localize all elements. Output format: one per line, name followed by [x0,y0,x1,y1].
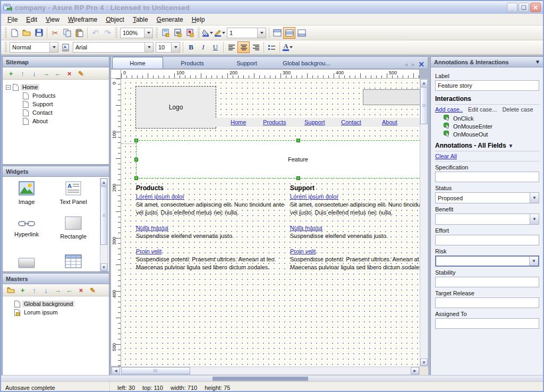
edit-case-link[interactable]: Edit case... [468,106,497,113]
font-color-button[interactable]: A [282,41,294,53]
chevron-down-icon[interactable] [144,42,153,52]
event-onmouseout[interactable]: OnMouseOut [444,131,539,138]
tab-home[interactable]: Home [112,57,163,69]
save-button[interactable] [33,27,45,39]
stability-input[interactable] [435,277,539,287]
resize-handle[interactable] [134,158,138,161]
tab-prev-icon[interactable]: ◄ [403,62,409,67]
menu-view[interactable]: View [41,14,64,25]
sitemap-item-label[interactable]: Home [21,84,39,90]
scroll-up-icon[interactable]: ▲ [100,178,107,186]
move-down-button[interactable]: ↓ [30,70,38,78]
label-input[interactable] [435,80,539,91]
fill-color-button[interactable] [201,27,214,39]
canvas-link[interactable]: Proin velit [290,248,316,254]
scroll-right-icon[interactable]: ► [411,367,419,374]
canvas-vertical-scrollbar[interactable]: ▲ ▼ [420,79,428,367]
widget-text-panel[interactable]: A Text Panel [50,181,96,205]
all-fields-header[interactable]: Annotations - All Fields ▼ [435,142,539,149]
resize-handle[interactable] [134,139,138,142]
tab-support[interactable]: Support [222,58,272,69]
nav-link-about[interactable]: About [382,119,397,125]
new-file-button[interactable] [8,27,21,39]
cut-button[interactable]: ✂ [49,27,61,39]
sitemap-item-label[interactable]: Contact [31,109,54,116]
undo-button[interactable]: ↶ [89,27,101,39]
delete-master-button[interactable]: × [77,286,85,294]
outdent-button[interactable]: ← [65,286,73,294]
chevron-down-icon[interactable] [144,28,152,38]
logo-widget[interactable]: Logo [135,86,216,129]
canvas-link[interactable]: Nulla massa [136,225,168,231]
menu-wireframe[interactable]: Wireframe [64,14,101,25]
chevron-down-icon[interactable]: ▼ [530,193,539,203]
nav-link-home[interactable]: Home [231,119,246,125]
canvas-link[interactable]: Nulla massa [290,225,322,231]
add-page-button[interactable]: + [7,70,15,78]
canvas-link[interactable]: Lorem ipsum dolor [136,193,184,200]
master-item-lorum-ipsum[interactable]: Lorum ipsum [5,308,107,317]
scrollbar-thumb[interactable] [420,87,428,124]
toggle-middle-panel-button[interactable] [283,27,295,39]
close-button[interactable]: ✕ [530,3,541,12]
sitemap-item-contact[interactable]: Contact [5,108,107,117]
textfield-widget[interactable] [363,89,420,105]
chevron-down-icon[interactable] [171,42,180,52]
status-select[interactable]: Proposed ▼ [435,192,539,203]
edit-page-button[interactable]: ✎ [77,70,85,78]
sitemap-item-label[interactable]: Products [31,92,57,99]
scrollbar-thumb[interactable] [100,186,107,245]
bold-button[interactable]: B [185,41,197,53]
resize-handle[interactable] [296,176,300,180]
move-up-button[interactable]: ↑ [19,70,27,78]
redo-button[interactable]: ↷ [101,27,114,39]
add-master-button[interactable]: + [19,286,27,294]
effort-input[interactable] [435,235,539,245]
add-case-link[interactable]: Add case.. [435,106,463,113]
sitemap-item-label[interactable]: Support [31,101,55,107]
widget-image[interactable]: Image [4,181,49,205]
widget-button[interactable] [4,258,49,269]
sitemap-item-about[interactable]: About [5,117,107,125]
scroll-down-icon[interactable]: ▼ [420,359,428,366]
move-up-button[interactable]: ↑ [30,286,38,294]
collapse-icon[interactable]: − [6,85,11,90]
menu-edit[interactable]: Edit [22,14,41,25]
toggle-top-panel-button[interactable] [271,27,283,39]
indent-button[interactable]: → [54,286,62,294]
chevron-down-icon[interactable]: ▼ [530,214,539,224]
master-item-label[interactable]: Global background [22,301,74,307]
menu-generate[interactable]: Generate [152,14,188,25]
canvas-link[interactable]: Lorem ipsum dolor [290,193,338,200]
new-folder-button[interactable] [7,286,15,294]
menu-file[interactable]: File [3,14,22,25]
outdent-button[interactable]: ← [54,70,62,78]
bullet-list-button[interactable] [266,41,278,53]
paste-button[interactable] [73,27,86,39]
feature-widget-selected[interactable]: Feature [136,140,420,178]
menu-help[interactable]: Help [188,14,209,25]
splitter-handle[interactable] [212,377,308,381]
support-column[interactable]: Support Lorem ipsum dolor Sit amet, cons… [290,184,420,279]
restore-button[interactable]: ❏ [518,3,529,12]
align-right-button[interactable] [250,41,262,53]
toggle-bottom-panel-button[interactable] [295,27,308,39]
align-center-button[interactable] [237,41,250,53]
tab-close-icon[interactable]: ✕ [418,60,424,69]
specification-input[interactable] [435,172,539,182]
risk-select[interactable]: ▼ [435,255,539,267]
minimize-button[interactable]: _ [507,3,517,12]
scroll-left-icon[interactable]: ◄ [112,367,120,374]
assigned-to-input[interactable] [435,318,539,329]
delete-page-button[interactable]: × [65,70,73,78]
tab-global-background[interactable]: Global backgrou... [272,58,341,69]
sitemap-item-support[interactable]: Support [5,100,107,108]
style-combo[interactable]: Normal [10,42,58,53]
open-file-button[interactable] [21,27,33,39]
nav-link-support[interactable]: Support [304,119,325,125]
nav-link-contact[interactable]: Contact [341,119,361,125]
sitemap-item-products[interactable]: Products [5,91,107,100]
chevron-down-icon[interactable] [49,42,58,52]
scrollbar-thumb[interactable] [121,367,190,374]
zoom-combo[interactable]: 100% [120,28,153,38]
